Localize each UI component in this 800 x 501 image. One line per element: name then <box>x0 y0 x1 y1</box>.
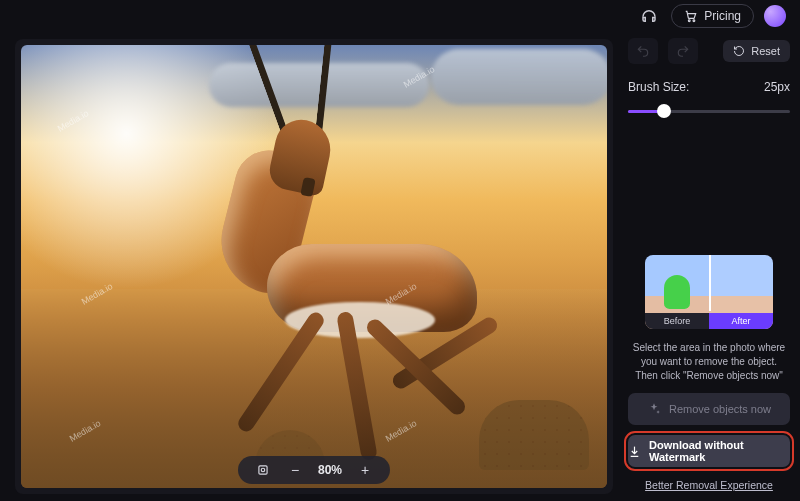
brush-size-value: 25px <box>764 80 790 94</box>
redo-button[interactable] <box>668 38 698 64</box>
reset-button[interactable]: Reset <box>723 40 790 62</box>
zoom-value: 80% <box>318 463 342 477</box>
pricing-button[interactable]: Pricing <box>671 4 754 28</box>
undo-button[interactable] <box>628 38 658 64</box>
preview-before-label: Before <box>645 313 709 329</box>
before-after-preview: Before After <box>645 255 773 329</box>
watermark: Media.io <box>56 108 90 134</box>
download-icon <box>628 445 641 458</box>
zoom-out-button[interactable]: − <box>286 461 304 479</box>
pricing-label: Pricing <box>704 9 741 23</box>
zoom-control: − 80% + <box>238 456 390 484</box>
sidebar: Reset Brush Size: 25px Bef <box>620 32 800 501</box>
svg-point-0 <box>689 20 691 22</box>
cart-icon <box>684 9 698 23</box>
canvas-area: ✕ Media.io Media.io Media.io Media.io Me… <box>0 32 620 501</box>
reset-label: Reset <box>751 45 780 57</box>
preview-after-label: After <box>709 313 773 329</box>
avatar[interactable] <box>764 5 786 27</box>
zoom-in-button[interactable]: + <box>356 461 374 479</box>
download-without-watermark-button[interactable]: Download without Watermark <box>628 435 790 467</box>
fit-screen-icon[interactable] <box>254 461 272 479</box>
brush-size-label: Brush Size: <box>628 80 689 94</box>
svg-rect-2 <box>259 466 267 474</box>
remove-objects-label: Remove objects now <box>669 403 771 415</box>
headset-icon[interactable] <box>637 4 661 28</box>
editing-image[interactable]: Media.io Media.io Media.io Media.io Medi… <box>21 45 607 488</box>
instruction-text: Select the area in the photo where you w… <box>628 339 790 383</box>
download-label: Download without Watermark <box>649 439 790 463</box>
svg-point-1 <box>693 20 695 22</box>
svg-point-3 <box>261 468 265 472</box>
brush-size-slider[interactable] <box>628 104 790 118</box>
better-removal-link[interactable]: Better Removal Experience <box>628 479 790 491</box>
reset-icon <box>733 45 745 57</box>
remove-objects-button[interactable]: Remove objects now <box>628 393 790 425</box>
sparkle-icon <box>647 402 661 416</box>
